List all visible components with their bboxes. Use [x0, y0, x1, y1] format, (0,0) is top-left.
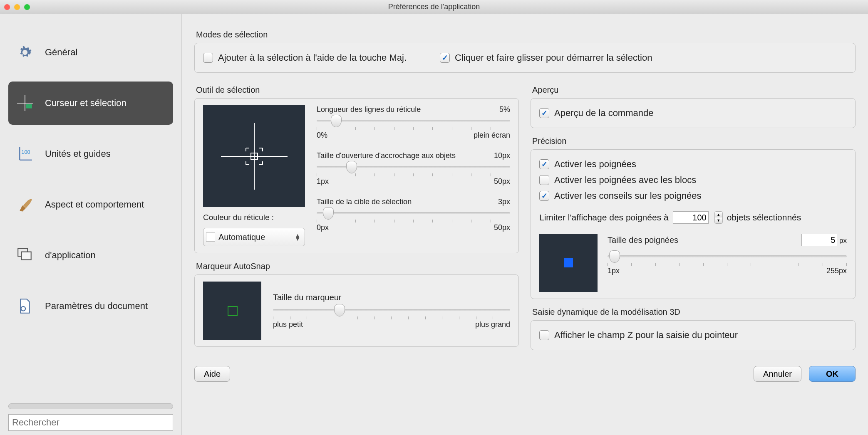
checkbox-show-z[interactable]: Afficher le champ Z pour la saisie du po… [539, 327, 847, 343]
preferences-window: Préférences de l'application Général [0, 0, 868, 435]
slider-grip-size[interactable] [608, 251, 847, 262]
slider-min: 0px [317, 223, 329, 232]
slider-marker-size[interactable] [273, 305, 510, 316]
grip-limit-input[interactable] [673, 211, 709, 224]
checkbox-click-drag[interactable]: Cliquer et faire glisser pour démarrer l… [440, 50, 652, 66]
color-swatch-icon [206, 232, 215, 242]
panel-selection-tool: Couleur du réticule : Automatique ▲▼ [194, 98, 519, 253]
sidebar-item-appearance[interactable]: Aspect et comportement [8, 183, 173, 226]
checkbox-enable-grips-blocks[interactable]: Activer les poignées avec les blocs [539, 172, 847, 188]
crosshair-color-label: Couleur du réticule : [203, 213, 305, 222]
checkbox-command-preview[interactable]: Aperçu de la commande [539, 105, 847, 121]
minimize-window-button[interactable] [14, 4, 20, 10]
zoom-window-button[interactable] [24, 4, 30, 10]
section-title-dyn3d: Saisie dynamique de la modélisation 3D [532, 307, 856, 317]
main-pane: Modes de sélection Ajouter à la sélectio… [182, 14, 868, 435]
grip-limit-spinner[interactable]: ▲ ▼ [714, 211, 723, 224]
checkbox-icon [440, 53, 450, 63]
sidebar: Général Curseur et sélection [0, 14, 182, 435]
panel-precision: Activer les poignées Activer les poignée… [531, 149, 856, 299]
ok-button[interactable]: OK [809, 366, 856, 382]
panel-preview: Aperçu de la commande [531, 98, 856, 128]
slider-max: 255px [826, 267, 847, 275]
grip-size-label: Taille des poignées [608, 235, 678, 245]
slider-min: 0% [317, 131, 327, 140]
checkbox-icon [539, 175, 549, 185]
checkbox-label: Activer les poignées avec les blocs [554, 175, 696, 185]
sidebar-item-label: Aspect et comportement [45, 199, 144, 210]
document-icon [15, 296, 35, 316]
checkbox-label: Ajouter à la sélection à l'aide de la to… [218, 52, 407, 63]
section-title-autosnap: Marqueur AutoSnap [196, 262, 519, 271]
slider-max: plein écran [474, 131, 510, 140]
checkbox-add-shift[interactable]: Ajouter à la sélection à l'aide de la to… [203, 50, 407, 66]
limit-label-pre: Limiter l'affichage des poignées à [539, 213, 669, 222]
select-value: Automatique [218, 232, 295, 242]
svg-text:100: 100 [22, 149, 30, 155]
section-title-selection-tool: Outil de sélection [196, 85, 519, 95]
help-button[interactable]: Aide [194, 366, 230, 382]
checkbox-icon [539, 108, 549, 118]
slider-reticle-length[interactable]: Longueur des lignes du réticule 5% 0% pl… [317, 105, 510, 140]
autosnap-preview [203, 282, 261, 340]
spinner-up-button[interactable]: ▲ [715, 212, 722, 218]
slider-label: Taille de la cible de sélection [317, 198, 412, 206]
slider-min: 1px [608, 267, 620, 275]
sidebar-item-application[interactable]: d'application [8, 234, 173, 277]
checkbox-icon [539, 330, 549, 340]
sidebar-item-units-guides[interactable]: 100 Unités et guides [8, 132, 173, 175]
slider-value: 5% [499, 105, 510, 114]
dialog-footer: Aide Annuler OK [194, 360, 856, 388]
checkbox-enable-grip-tips[interactable]: Activer les conseils sur les poignées [539, 188, 847, 204]
crosshair-color-select[interactable]: Automatique ▲▼ [203, 228, 305, 246]
sidebar-item-label: d'application [45, 250, 96, 261]
sidebar-item-general[interactable]: Général [8, 31, 173, 74]
checkbox-label: Activer les conseils sur les poignées [554, 190, 701, 201]
cursor-selection-icon [15, 93, 35, 113]
sidebar-horizontal-scrollbar[interactable] [8, 403, 173, 409]
svg-rect-7 [22, 252, 31, 260]
checkbox-label: Aperçu de la commande [554, 108, 653, 119]
panel-dyn3d: Afficher le champ Z pour la saisie du po… [531, 320, 856, 350]
grip-size-input[interactable] [801, 234, 837, 246]
windows-icon [15, 245, 35, 265]
sidebar-item-cursor-selection[interactable]: Curseur et sélection [8, 82, 173, 125]
slider-label: Taille d'ouverture d'accrochage aux obje… [317, 151, 456, 160]
slider-snap-aperture[interactable]: Taille d'ouverture d'accrochage aux obje… [317, 151, 510, 186]
slider-value: 3px [498, 198, 510, 206]
slider-label: Taille du marqueur [273, 293, 510, 302]
titlebar: Préférences de l'application [0, 0, 868, 14]
checkbox-icon [539, 191, 549, 201]
slider-max: plus grand [475, 320, 510, 329]
checkbox-icon [203, 53, 213, 63]
gear-icon [15, 42, 35, 62]
checkbox-label: Activer les poignées [554, 159, 636, 170]
slider-max: 50px [494, 177, 510, 186]
axes-icon: 100 [15, 144, 35, 164]
limit-label-post: objets sélectionnés [727, 213, 801, 222]
select-arrows-icon: ▲▼ [295, 234, 300, 240]
window-title: Préférences de l'application [388, 2, 480, 11]
checkbox-label: Afficher le champ Z pour la saisie du po… [554, 330, 738, 341]
sidebar-item-label: Général [45, 47, 77, 58]
sidebar-item-document-settings[interactable]: Paramètres du document [8, 284, 173, 328]
cancel-button[interactable]: Annuler [754, 366, 801, 382]
checkbox-icon [539, 159, 549, 169]
traffic-lights [4, 4, 30, 10]
panel-selection-modes: Ajouter à la sélection à l'aide de la to… [194, 43, 856, 73]
close-window-button[interactable] [4, 4, 10, 10]
checkbox-enable-grips[interactable]: Activer les poignées [539, 156, 847, 172]
grip-size-unit: px [839, 237, 847, 245]
section-title-precision: Précision [532, 136, 856, 146]
section-title-selection-modes: Modes de sélection [196, 30, 856, 40]
svg-rect-12 [228, 306, 237, 316]
slider-target-size[interactable]: Taille de la cible de sélection 3px 0px … [317, 198, 510, 232]
grip-preview [539, 234, 598, 292]
slider-label: Longueur des lignes du réticule [317, 105, 421, 114]
sidebar-item-label: Unités et guides [45, 148, 111, 159]
slider-value: 10px [494, 151, 510, 160]
spinner-down-button[interactable]: ▼ [715, 218, 722, 223]
search-input[interactable] [8, 414, 173, 431]
section-title-preview: Aperçu [532, 85, 856, 95]
slider-max: 50px [494, 223, 510, 232]
